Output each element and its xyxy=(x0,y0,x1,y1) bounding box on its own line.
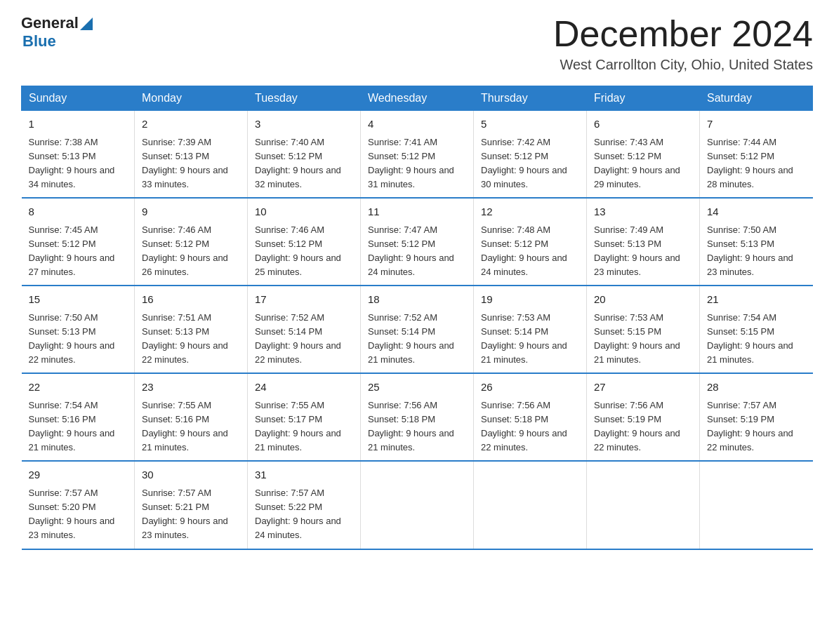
day-info: Sunrise: 7:46 AMSunset: 5:12 PMDaylight:… xyxy=(255,224,341,277)
title-section: December 2024 West Carrollton City, Ohio… xyxy=(553,14,813,73)
day-number: 21 xyxy=(707,292,806,308)
day-info: Sunrise: 7:44 AMSunset: 5:12 PMDaylight:… xyxy=(707,137,793,189)
day-number: 22 xyxy=(29,380,128,396)
calendar-day-cell xyxy=(474,461,587,549)
day-info: Sunrise: 7:45 AMSunset: 5:12 PMDaylight:… xyxy=(29,224,115,277)
day-info: Sunrise: 7:40 AMSunset: 5:12 PMDaylight:… xyxy=(255,137,341,189)
calendar-day-cell: 24Sunrise: 7:55 AMSunset: 5:17 PMDayligh… xyxy=(248,373,361,461)
day-number: 18 xyxy=(368,292,466,308)
calendar-header: Sunday Monday Tuesday Wednesday Thursday… xyxy=(22,86,813,111)
calendar-day-cell: 13Sunrise: 7:49 AMSunset: 5:13 PMDayligh… xyxy=(587,198,700,286)
calendar-week-row: 22Sunrise: 7:54 AMSunset: 5:16 PMDayligh… xyxy=(22,373,813,461)
calendar-day-cell: 9Sunrise: 7:46 AMSunset: 5:12 PMDaylight… xyxy=(135,198,248,286)
day-number: 25 xyxy=(368,380,466,396)
calendar-day-cell: 18Sunrise: 7:52 AMSunset: 5:14 PMDayligh… xyxy=(361,286,474,373)
day-number: 5 xyxy=(481,116,579,133)
calendar-body: 1Sunrise: 7:38 AMSunset: 5:13 PMDaylight… xyxy=(22,111,813,549)
day-number: 26 xyxy=(481,380,579,396)
calendar-week-row: 29Sunrise: 7:57 AMSunset: 5:20 PMDayligh… xyxy=(22,461,813,549)
day-info: Sunrise: 7:57 AMSunset: 5:19 PMDaylight:… xyxy=(707,400,793,452)
day-info: Sunrise: 7:57 AMSunset: 5:21 PMDaylight:… xyxy=(142,488,228,540)
logo-general-text: General xyxy=(21,14,79,32)
calendar-day-cell: 19Sunrise: 7:53 AMSunset: 5:14 PMDayligh… xyxy=(474,286,587,373)
day-number: 16 xyxy=(142,292,240,308)
month-title: December 2024 xyxy=(553,14,813,54)
day-number: 24 xyxy=(255,380,353,396)
day-info: Sunrise: 7:56 AMSunset: 5:18 PMDaylight:… xyxy=(368,400,454,452)
day-number: 9 xyxy=(142,204,240,220)
day-info: Sunrise: 7:48 AMSunset: 5:12 PMDaylight:… xyxy=(481,224,567,277)
day-number: 7 xyxy=(707,116,806,133)
day-number: 4 xyxy=(368,116,466,133)
day-number: 15 xyxy=(29,292,128,308)
col-sunday: Sunday xyxy=(22,86,135,111)
logo: General Blue xyxy=(21,14,93,51)
calendar-table: Sunday Monday Tuesday Wednesday Thursday… xyxy=(21,86,813,549)
day-number: 27 xyxy=(594,380,692,396)
day-info: Sunrise: 7:43 AMSunset: 5:12 PMDaylight:… xyxy=(594,137,680,189)
calendar-day-cell xyxy=(587,461,700,549)
logo-blue-text: Blue xyxy=(22,32,56,51)
calendar-day-cell: 10Sunrise: 7:46 AMSunset: 5:12 PMDayligh… xyxy=(248,198,361,286)
calendar-day-cell: 25Sunrise: 7:56 AMSunset: 5:18 PMDayligh… xyxy=(361,373,474,461)
day-number: 1 xyxy=(29,116,128,133)
col-saturday: Saturday xyxy=(700,86,813,111)
calendar-day-cell: 17Sunrise: 7:52 AMSunset: 5:14 PMDayligh… xyxy=(248,286,361,373)
day-info: Sunrise: 7:54 AMSunset: 5:15 PMDaylight:… xyxy=(707,312,793,365)
calendar-day-cell: 3Sunrise: 7:40 AMSunset: 5:12 PMDaylight… xyxy=(248,111,361,199)
day-info: Sunrise: 7:47 AMSunset: 5:12 PMDaylight:… xyxy=(368,224,454,277)
calendar-day-cell: 30Sunrise: 7:57 AMSunset: 5:21 PMDayligh… xyxy=(135,461,248,549)
day-number: 10 xyxy=(255,204,353,220)
day-info: Sunrise: 7:57 AMSunset: 5:20 PMDaylight:… xyxy=(29,488,115,540)
calendar-week-row: 15Sunrise: 7:50 AMSunset: 5:13 PMDayligh… xyxy=(22,286,813,373)
calendar-day-cell: 29Sunrise: 7:57 AMSunset: 5:20 PMDayligh… xyxy=(22,461,135,549)
calendar-day-cell: 1Sunrise: 7:38 AMSunset: 5:13 PMDaylight… xyxy=(22,111,135,199)
day-number: 2 xyxy=(142,116,240,133)
day-number: 30 xyxy=(142,467,240,483)
calendar-day-cell: 26Sunrise: 7:56 AMSunset: 5:18 PMDayligh… xyxy=(474,373,587,461)
calendar-day-cell: 11Sunrise: 7:47 AMSunset: 5:12 PMDayligh… xyxy=(361,198,474,286)
day-info: Sunrise: 7:55 AMSunset: 5:16 PMDaylight:… xyxy=(142,400,228,452)
day-info: Sunrise: 7:42 AMSunset: 5:12 PMDaylight:… xyxy=(481,137,567,189)
calendar-week-row: 1Sunrise: 7:38 AMSunset: 5:13 PMDaylight… xyxy=(22,111,813,199)
day-number: 19 xyxy=(481,292,579,308)
day-info: Sunrise: 7:56 AMSunset: 5:19 PMDaylight:… xyxy=(594,400,680,452)
day-info: Sunrise: 7:49 AMSunset: 5:13 PMDaylight:… xyxy=(594,224,680,277)
col-friday: Friday xyxy=(587,86,700,111)
calendar-day-cell: 14Sunrise: 7:50 AMSunset: 5:13 PMDayligh… xyxy=(700,198,813,286)
calendar-week-row: 8Sunrise: 7:45 AMSunset: 5:12 PMDaylight… xyxy=(22,198,813,286)
day-number: 20 xyxy=(594,292,692,308)
calendar-day-cell xyxy=(700,461,813,549)
day-info: Sunrise: 7:54 AMSunset: 5:16 PMDaylight:… xyxy=(29,400,115,452)
day-number: 29 xyxy=(29,467,128,483)
calendar-day-cell: 20Sunrise: 7:53 AMSunset: 5:15 PMDayligh… xyxy=(587,286,700,373)
day-number: 8 xyxy=(29,204,128,220)
day-number: 6 xyxy=(594,116,692,133)
day-number: 11 xyxy=(368,204,466,220)
calendar-day-cell: 31Sunrise: 7:57 AMSunset: 5:22 PMDayligh… xyxy=(248,461,361,549)
col-thursday: Thursday xyxy=(474,86,587,111)
day-info: Sunrise: 7:46 AMSunset: 5:12 PMDaylight:… xyxy=(142,224,228,277)
day-info: Sunrise: 7:50 AMSunset: 5:13 PMDaylight:… xyxy=(29,312,115,365)
day-info: Sunrise: 7:51 AMSunset: 5:13 PMDaylight:… xyxy=(142,312,228,365)
day-info: Sunrise: 7:41 AMSunset: 5:12 PMDaylight:… xyxy=(368,137,454,189)
calendar-day-cell: 28Sunrise: 7:57 AMSunset: 5:19 PMDayligh… xyxy=(700,373,813,461)
day-info: Sunrise: 7:50 AMSunset: 5:13 PMDaylight:… xyxy=(707,224,793,277)
calendar-day-cell: 15Sunrise: 7:50 AMSunset: 5:13 PMDayligh… xyxy=(22,286,135,373)
calendar-day-cell xyxy=(361,461,474,549)
day-info: Sunrise: 7:53 AMSunset: 5:15 PMDaylight:… xyxy=(594,312,680,365)
day-info: Sunrise: 7:56 AMSunset: 5:18 PMDaylight:… xyxy=(481,400,567,452)
day-number: 13 xyxy=(594,204,692,220)
day-info: Sunrise: 7:52 AMSunset: 5:14 PMDaylight:… xyxy=(368,312,454,365)
calendar-day-cell: 7Sunrise: 7:44 AMSunset: 5:12 PMDaylight… xyxy=(700,111,813,199)
day-number: 14 xyxy=(707,204,806,220)
col-tuesday: Tuesday xyxy=(248,86,361,111)
day-number: 23 xyxy=(142,380,240,396)
location-subtitle: West Carrollton City, Ohio, United State… xyxy=(553,57,813,73)
day-number: 12 xyxy=(481,204,579,220)
calendar-day-cell: 2Sunrise: 7:39 AMSunset: 5:13 PMDaylight… xyxy=(135,111,248,199)
day-number: 28 xyxy=(707,380,806,396)
col-wednesday: Wednesday xyxy=(361,86,474,111)
calendar-day-cell: 16Sunrise: 7:51 AMSunset: 5:13 PMDayligh… xyxy=(135,286,248,373)
header-row: Sunday Monday Tuesday Wednesday Thursday… xyxy=(22,86,813,111)
